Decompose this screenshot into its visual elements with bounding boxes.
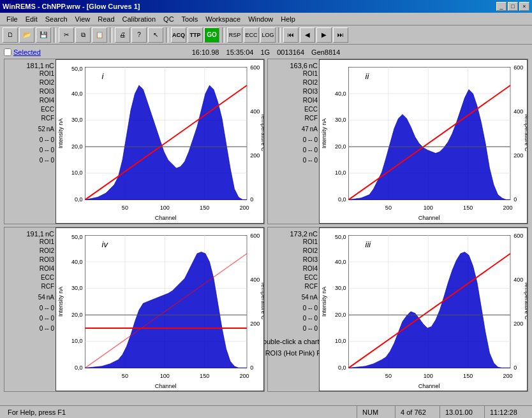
chart-i-zero-row-1: 0 -- 0 (6, 135, 54, 145)
chart-panel-iv: 191,1 nC ROI1 ROI2 ROI3 ROI4 ECC RCF 54 … (4, 227, 265, 393)
toolbar-rsp[interactable]: RSP (227, 27, 242, 43)
close-button[interactable]: × (519, 2, 529, 11)
svg-text:30,0: 30,0 (335, 117, 346, 123)
selected-checkbox[interactable] (4, 48, 11, 56)
charts-grid: 181,1 nC ROI1 ROI2 ROI3 ROI4 ECC RCF 52 … (4, 59, 528, 333)
chart-panel-ii: 163,6 nC ROI1 ROI2 ROI3 ROI4 ECC RCF 47 … (267, 59, 528, 224)
chart-iii-ecc: ECC (269, 273, 318, 282)
chart-iv-unit: nC (45, 230, 54, 238)
menu-view[interactable]: View (71, 14, 94, 24)
toolbar-first[interactable]: ⏮ (283, 27, 299, 43)
toolbar-save[interactable]: 💾 (36, 27, 51, 43)
chart-ii-roi3: ROI3 (269, 87, 318, 96)
chart-iv-left-info: 191,1 nC ROI1 ROI2 ROI3 ROI4 ECC RCF 54 … (4, 227, 55, 392)
chart-i-bottom-value: 52 (38, 126, 45, 133)
svg-text:30,0: 30,0 (335, 285, 346, 291)
menu-search[interactable]: Search (41, 14, 71, 24)
menu-qc[interactable]: QC (159, 14, 178, 24)
maximize-button[interactable]: □ (508, 2, 518, 11)
svg-text:Temperature C°: Temperature C° (260, 113, 263, 154)
svg-text:20,0: 20,0 (335, 143, 346, 150)
toolbar-sep3 (166, 27, 168, 43)
chart-iv-zero-row-3: 0 -- 0 (6, 324, 54, 334)
toolbar-copy[interactable]: ⧉ (75, 27, 91, 43)
chart-i-container[interactable]: 0,0 10,0 20,0 30,0 40,0 50,0 50 100 150 … (55, 59, 264, 224)
toolbar-ttp[interactable]: TTP (188, 27, 203, 43)
toolbar-new[interactable]: 🗋 (3, 27, 18, 43)
title-bar: WinREMS - ChNPP.wrw - [Glow Curves 1] _ … (0, 0, 532, 13)
svg-text:0,0: 0,0 (75, 364, 83, 371)
svg-text:40,0: 40,0 (71, 258, 83, 264)
toolbar-acq[interactable]: ACQ (171, 27, 186, 43)
toolbar-prev[interactable]: ◀ (300, 27, 315, 43)
chart-iii-roi3: ROI3 (269, 256, 318, 264)
toolbar-help[interactable]: ? (131, 27, 147, 43)
svg-text:0,0: 0,0 (338, 364, 346, 371)
svg-text:40,0: 40,0 (71, 90, 83, 97)
toolbar-ecc[interactable]: ECC (244, 27, 259, 43)
menu-bar: File Edit Search View Read Calibration Q… (0, 13, 532, 25)
svg-text:Temperature C°: Temperature C° (524, 281, 527, 322)
header-timestamp: 16:10.98 (192, 48, 219, 56)
toolbar-cut[interactable]: ✂ (59, 27, 74, 43)
svg-text:Channel: Channel (418, 215, 440, 221)
menu-help[interactable]: Help (277, 14, 299, 24)
minimize-button[interactable]: _ (496, 2, 506, 11)
chart-iii-zero-row-1: 0 -- 0 (269, 303, 318, 314)
header-channel: 1G (260, 48, 270, 56)
chart-iii-unit: nC (309, 230, 318, 238)
svg-text:200: 200 (503, 205, 513, 211)
chart-iv-zero-row-2: 0 -- 0 (6, 314, 54, 324)
menu-read[interactable]: Read (94, 14, 118, 24)
header-time: 15:35:04 (226, 48, 254, 56)
chart-i-ecc: ECC (6, 105, 54, 114)
svg-text:600: 600 (514, 233, 523, 239)
toolbar-log[interactable]: LOG (260, 27, 276, 43)
toolbar-last[interactable]: ⏭ (333, 27, 348, 43)
svg-text:0: 0 (514, 364, 517, 371)
toolbar-open[interactable]: 📂 (19, 27, 34, 43)
chart-ii-zero-row-2: 0 -- 0 (269, 145, 318, 155)
svg-text:30,0: 30,0 (71, 117, 83, 123)
menu-edit[interactable]: Edit (22, 14, 41, 24)
status-time: 11:12:28 (485, 406, 529, 418)
svg-text:10,0: 10,0 (71, 338, 83, 344)
toolbar-next[interactable]: ▶ (316, 27, 332, 43)
svg-text:30,0: 30,0 (71, 285, 83, 291)
chart-iii-container[interactable]: 0,0 10,0 20,0 30,0 40,0 50,0 50 100 150 … (319, 227, 528, 392)
chart-i-roi3: ROI3 (6, 87, 54, 96)
svg-text:100: 100 (424, 205, 433, 211)
chart-ii-container[interactable]: 0,0 10,0 20,0 30,0 40,0 50 100 150 200 0… (319, 59, 528, 224)
toolbar-paste[interactable]: 📋 (92, 27, 107, 43)
svg-text:50,0: 50,0 (71, 66, 83, 72)
svg-text:150: 150 (200, 205, 209, 211)
svg-text:20,0: 20,0 (71, 311, 83, 317)
status-help: For Help, press F1 (3, 406, 357, 418)
menu-workspace[interactable]: Workspace (202, 14, 244, 24)
svg-text:200: 200 (250, 321, 260, 327)
svg-text:200: 200 (250, 152, 260, 159)
svg-text:600: 600 (514, 64, 523, 71)
chart-iv-container[interactable]: 0,0 10,0 20,0 30,0 40,0 50,0 50 100 150 … (55, 227, 264, 392)
svg-text:10,0: 10,0 (335, 338, 346, 344)
chart-panel-iii: 173,2 nC ROI1 ROI2 ROI3 ROI4 ECC RCF 54 … (267, 227, 528, 393)
svg-text:200: 200 (240, 205, 249, 211)
chart-iii-zero-row-2: 0 -- 0 (269, 314, 318, 324)
toolbar-arrow[interactable]: ↖ (148, 27, 163, 43)
menu-file[interactable]: File (3, 14, 22, 24)
chart-i-zero-row-2: 0 -- 0 (6, 145, 54, 155)
menu-tools[interactable]: Tools (178, 14, 202, 24)
title-bar-buttons: _ □ × (496, 2, 529, 11)
chart-ii-left-info: 163,6 nC ROI1 ROI2 ROI3 ROI4 ECC RCF 47 … (268, 59, 319, 224)
toolbar-go[interactable]: GO (204, 27, 219, 43)
svg-text:200: 200 (503, 373, 513, 379)
menu-calibration[interactable]: Calibration (119, 14, 160, 24)
svg-text:Intensity nA: Intensity nA (57, 118, 64, 148)
chart-i-zero-row-3: 0 -- 0 (6, 155, 54, 166)
svg-text:50: 50 (122, 373, 128, 379)
chart-iii-bottom-unit: nA (310, 294, 318, 301)
menu-window[interactable]: Window (244, 14, 277, 24)
svg-text:100: 100 (424, 373, 433, 379)
chart-i-rcf: RCF (6, 114, 54, 123)
toolbar-print[interactable]: 🖨 (115, 27, 130, 43)
